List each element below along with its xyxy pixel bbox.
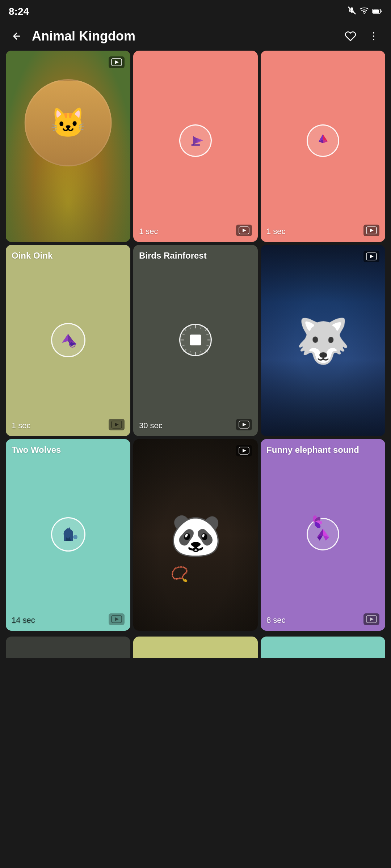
card-birds-play[interactable] — [139, 261, 252, 419]
svg-point-6 — [373, 32, 374, 34]
youtube-badge-2 — [236, 225, 252, 236]
card-3-play[interactable] — [266, 56, 379, 225]
svg-marker-24 — [62, 334, 68, 343]
youtube-badge — [109, 56, 125, 68]
youtube-badge-wolf — [363, 251, 379, 262]
play-button-two-wolves[interactable] — [51, 517, 85, 552]
status-icons — [348, 6, 382, 17]
card-elephant-duration: 8 sec — [266, 616, 286, 625]
card-oink-duration: 1 sec — [12, 421, 31, 430]
svg-marker-53 — [243, 449, 246, 452]
play-button-oink[interactable] — [51, 323, 85, 357]
play-button-3[interactable] — [307, 124, 339, 157]
card-two-wolves-footer: 14 sec — [12, 613, 125, 625]
card-elephant-title: Funny elephant sound — [266, 445, 379, 455]
card-two-wolves-play[interactable] — [12, 455, 125, 613]
svg-line-41 — [206, 334, 210, 335]
card-2[interactable]: 1 sec — [133, 51, 258, 242]
svg-line-43 — [189, 351, 190, 355]
card-birds[interactable]: Birds Rainforest — [133, 245, 258, 436]
card-3[interactable]: 1 sec — [261, 51, 385, 242]
card-2-duration: 1 sec — [139, 227, 158, 236]
header: Animal Kingdom — [0, 22, 391, 51]
card-2-play[interactable] — [139, 56, 252, 225]
status-time: 8:24 — [9, 6, 29, 17]
youtube-badge-bear — [236, 445, 252, 456]
youtube-badge-birds — [236, 419, 252, 430]
card-birds-duration: 30 sec — [139, 421, 163, 430]
svg-line-36 — [205, 328, 208, 331]
card-birds-title: Birds Rainforest — [139, 251, 252, 261]
card-two-wolves-duration: 14 sec — [12, 616, 35, 625]
wifi-icon — [360, 7, 369, 16]
card-two-wolves[interactable]: Two Wolves 14 sec — [6, 439, 130, 630]
card-birds-footer: 30 sec — [139, 419, 252, 430]
more-options-button[interactable] — [365, 27, 382, 45]
svg-marker-51 — [115, 617, 119, 621]
status-bar: 8:24 — [0, 0, 391, 22]
card-2-footer: 1 sec — [139, 225, 252, 236]
battery-icon — [372, 7, 382, 16]
svg-line-39 — [181, 334, 185, 335]
card-oink-play[interactable] — [12, 261, 125, 419]
header-actions — [342, 27, 382, 45]
peek-card-3[interactable] — [261, 637, 385, 658]
bottom-peek-row — [0, 637, 391, 658]
media-grid: 🐱 — [0, 51, 391, 637]
card-oink-title: Oink Oink — [12, 251, 125, 261]
svg-line-38 — [201, 325, 202, 329]
youtube-badge-elephant — [363, 613, 379, 625]
svg-point-7 — [373, 35, 374, 37]
svg-marker-48 — [370, 255, 374, 258]
svg-marker-13 — [197, 138, 203, 143]
svg-line-34 — [205, 350, 208, 352]
card-elephant[interactable]: Funny elephant sound — [261, 439, 385, 630]
peek-card-2[interactable] — [133, 637, 258, 658]
youtube-badge-two-wolves — [109, 613, 125, 625]
svg-point-8 — [373, 39, 374, 40]
svg-marker-28 — [115, 423, 119, 426]
svg-rect-14 — [191, 144, 200, 146]
card-wolf[interactable]: 🐺 — [261, 245, 385, 436]
svg-line-37 — [189, 325, 190, 329]
svg-line-35 — [184, 349, 186, 352]
card-bear-footer — [139, 445, 252, 456]
peek-card-1[interactable] — [6, 637, 130, 658]
card-oink[interactable]: Oink Oink 1 sec — [6, 245, 130, 436]
card-3-duration: 1 sec — [266, 227, 286, 236]
svg-line-44 — [201, 351, 202, 355]
card-elephant-footer: 8 sec — [266, 613, 379, 625]
card-bear[interactable]: 🐼 📿 — [133, 439, 258, 630]
svg-line-42 — [206, 345, 210, 346]
card-3-footer: 1 sec — [266, 225, 379, 236]
svg-line-40 — [181, 345, 185, 346]
card-wolf-footer — [266, 251, 379, 262]
page-title: Animal Kingdom — [32, 29, 335, 44]
svg-rect-5 — [373, 10, 379, 13]
card-two-wolves-title: Two Wolves — [12, 445, 125, 455]
svg-line-33 — [184, 328, 186, 331]
youtube-badge-3 — [363, 225, 379, 236]
card-oink-footer: 1 sec — [12, 419, 125, 430]
back-button[interactable] — [9, 28, 25, 44]
svg-marker-46 — [243, 423, 246, 426]
card-elephant-play[interactable] — [266, 455, 379, 613]
card-cat-footer — [12, 56, 125, 68]
card-cat[interactable]: 🐱 — [6, 51, 130, 242]
svg-marker-63 — [370, 617, 374, 621]
play-button-2[interactable] — [179, 124, 212, 157]
svg-point-3 — [364, 13, 365, 14]
svg-marker-22 — [370, 229, 374, 232]
favorite-button[interactable] — [342, 27, 359, 45]
youtube-badge-oink — [109, 419, 125, 430]
mute-icon — [348, 6, 356, 17]
svg-marker-16 — [243, 229, 246, 232]
